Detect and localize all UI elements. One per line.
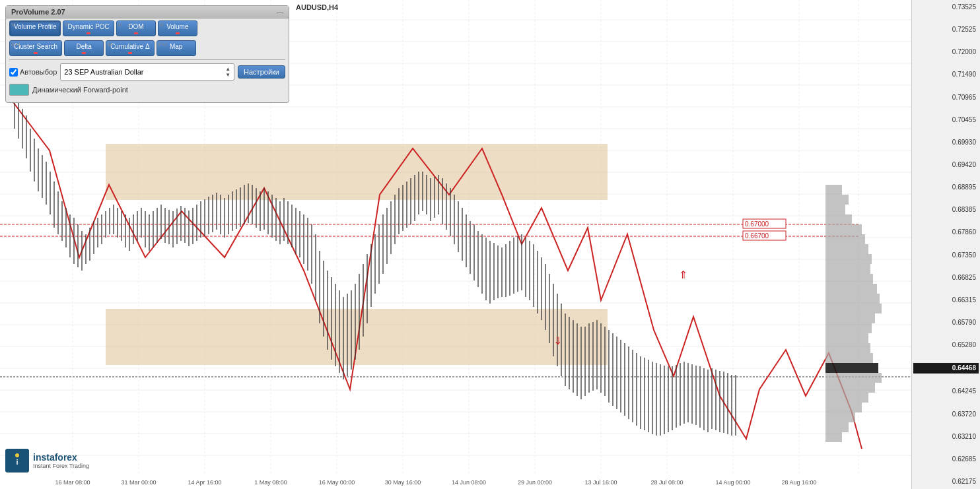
- arrow-down: ▼: [225, 72, 230, 78]
- volume-profile-label: Volume Profile: [14, 23, 56, 30]
- logo-slogan: Instant Forex Trading: [33, 463, 89, 469]
- price-15: 0.65280: [913, 341, 979, 350]
- price-7: 0.69420: [913, 160, 979, 170]
- autoselect-checkbox-label[interactable]: Автовыбор: [9, 68, 57, 77]
- svg-rect-251: [825, 412, 855, 422]
- svg-rect-230: [825, 205, 845, 214]
- panel-title: ProVolume 2.07: [11, 8, 65, 16]
- svg-rect-35: [106, 309, 608, 365]
- svg-rect-228: [825, 185, 842, 195]
- svg-rect-34: [106, 144, 608, 200]
- price-5: 0.70455: [913, 115, 979, 125]
- svg-rect-247: [825, 373, 882, 383]
- cluster-search-label: Cluster Search: [14, 43, 57, 50]
- button-row-1: V Volume Profile P Dynamic POC D DOM D V…: [6, 18, 289, 38]
- delta-btn[interactable]: Delta: [64, 40, 104, 56]
- svg-text:i: i: [16, 458, 18, 466]
- price-6: 0.69930: [913, 138, 979, 147]
- volume-label: Volume: [166, 23, 188, 30]
- panel-close-btn[interactable]: —: [277, 9, 283, 16]
- svg-rect-250: [825, 403, 862, 412]
- panel-titlebar[interactable]: ProVolume 2.07 —: [6, 6, 289, 18]
- cd-indicator: [128, 52, 132, 54]
- price-axis: 0.73525 0.72525 0.72000 0.71490 0.70965 …: [911, 0, 980, 489]
- svg-rect-238: [825, 284, 877, 294]
- autoselect-label: Автовыбор: [20, 68, 57, 76]
- time-label-4: 1 May 08:00: [254, 479, 287, 486]
- pro-volume-panel: ProVolume 2.07 — V Volume Profile P Dyna…: [5, 5, 289, 103]
- time-label-1: 16 Mar 08:00: [55, 479, 90, 486]
- price-0: 0.73525: [913, 3, 979, 12]
- time-label-8: 29 Jun 00:00: [518, 479, 552, 486]
- cumulative-delta-btn[interactable]: M Cumulative Δ: [106, 40, 154, 56]
- svg-point-256: [15, 453, 19, 457]
- forward-point-row: Динамический Forward-point: [6, 82, 289, 97]
- svg-rect-244: [825, 343, 870, 353]
- dp-indicator: [87, 32, 90, 34]
- dom-btn[interactable]: D DOM: [116, 20, 156, 36]
- price-12: 0.66825: [913, 273, 979, 282]
- svg-rect-234: [825, 244, 868, 254]
- time-label-3: 14 Apr 16:00: [188, 479, 221, 486]
- price-10: 0.67860: [913, 228, 979, 237]
- forward-color-box[interactable]: [9, 84, 29, 96]
- autoselect-checkbox[interactable]: [9, 68, 18, 77]
- settings-button[interactable]: Настройки: [238, 65, 285, 79]
- arrow-up: ▲: [225, 66, 230, 72]
- dom-tag: D: [118, 22, 122, 28]
- cumulative-delta-label: Cumulative Δ: [110, 43, 149, 50]
- svg-text:⇑: ⇑: [679, 269, 687, 280]
- svg-rect-252: [825, 422, 849, 432]
- forward-label: Динамический Forward-point: [32, 86, 128, 94]
- price-2: 0.72000: [913, 48, 979, 57]
- svg-rect-232: [825, 224, 862, 234]
- map-tag: F·U: [158, 42, 167, 48]
- price-3: 0.71490: [913, 70, 979, 79]
- price-1: 0.72525: [913, 25, 979, 34]
- time-label-12: 28 Aug 16:00: [781, 479, 816, 486]
- price-21: 0.62175: [913, 477, 979, 486]
- time-label-9: 13 Jul 16:00: [584, 479, 617, 486]
- price-20: 0.62685: [913, 455, 979, 464]
- button-row-2: B·N Cluster Search Delta M Cumulative Δ …: [6, 38, 289, 58]
- current-price: 0.64468: [913, 363, 979, 374]
- svg-rect-233: [825, 234, 865, 244]
- chart-symbol: AUDUSD,H4: [296, 3, 338, 11]
- svg-rect-253: [825, 432, 842, 442]
- price-19: 0.63210: [913, 432, 979, 441]
- price-11: 0.67350: [913, 251, 979, 260]
- symbol-select-row: Автовыбор 23 SEP Australian Dollar ▲ ▼ Н…: [6, 61, 289, 82]
- delta-label: Delta: [76, 43, 91, 50]
- time-label-11: 14 Aug 00:00: [715, 479, 750, 486]
- vol-indicator: [176, 32, 180, 34]
- dom-indicator: [134, 32, 138, 34]
- chart-title: AUDUSD,H4: [296, 3, 338, 11]
- time-label-10: 28 Jul 08:00: [650, 479, 683, 486]
- cd-tag: M: [108, 42, 112, 48]
- logo-text: instaforex Instant Forex Trading: [33, 452, 89, 469]
- svg-rect-235: [825, 254, 872, 264]
- instaforex-logo: i instaforex Instant Forex Trading: [5, 449, 89, 473]
- map-btn[interactable]: F·U Map: [157, 40, 196, 56]
- price-17: 0.64245: [913, 387, 979, 396]
- svg-rect-246: [825, 363, 878, 373]
- cs-indicator: [34, 52, 38, 54]
- symbol-value: 23 SEP Australian Dollar: [64, 68, 143, 76]
- time-label-6: 30 May 16:00: [385, 479, 421, 486]
- svg-rect-243: [825, 333, 868, 343]
- svg-text:⇓: ⇓: [553, 335, 562, 346]
- price-4: 0.70965: [913, 93, 979, 102]
- cluster-search-btn[interactable]: B·N Cluster Search: [9, 40, 62, 56]
- symbol-arrows[interactable]: ▲ ▼: [225, 66, 230, 78]
- price-18: 0.63720: [913, 410, 979, 419]
- volume-profile-btn[interactable]: V Volume Profile: [9, 20, 61, 36]
- dynamic-poc-btn[interactable]: P Dynamic POC: [63, 20, 114, 36]
- svg-text:0.67000: 0.67000: [745, 220, 769, 228]
- symbol-select-dropdown[interactable]: 23 SEP Australian Dollar ▲ ▼: [60, 63, 234, 81]
- volume-btn[interactable]: D Volume: [158, 20, 197, 36]
- map-label: Map: [170, 43, 182, 50]
- price-8: 0.68895: [913, 183, 979, 192]
- svg-rect-248: [825, 383, 875, 393]
- svg-rect-249: [825, 393, 868, 403]
- price-14: 0.65790: [913, 318, 979, 327]
